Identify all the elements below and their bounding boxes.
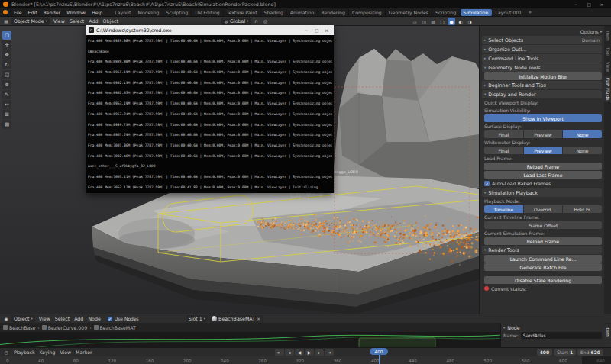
- sidebar-panel-header[interactable]: ▸ Command Line Tools: [482, 54, 602, 63]
- move-tool-icon[interactable]: ✥: [2, 50, 11, 60]
- timeline-menu-item[interactable]: View: [57, 350, 73, 355]
- workspace-tab[interactable]: Sculpting: [163, 9, 192, 16]
- reload-frame-button[interactable]: Reload Frame: [484, 163, 602, 170]
- launch-command-line-render-button[interactable]: Launch Command Line Re...: [484, 255, 602, 263]
- panel-geometry-node-tools[interactable]: ▾ Geometry Node Tools: [482, 63, 602, 72]
- workspace-tab[interactable]: Scripting: [432, 9, 461, 16]
- workspace-tab[interactable]: UV Editing: [192, 9, 223, 16]
- generate-batch-file-button[interactable]: Generate Batch File: [484, 263, 602, 271]
- node-menu-item[interactable]: Node: [86, 316, 102, 321]
- workspace-tab[interactable]: Geometry Nodes: [386, 9, 432, 16]
- menu-item[interactable]: Window: [63, 10, 89, 15]
- node-canvas[interactable]: [0, 332, 500, 347]
- panel-display-and-render[interactable]: ▾ Display and Render: [482, 90, 602, 98]
- whitewater-display-option[interactable]: None: [563, 147, 602, 154]
- timeline-playhead[interactable]: 400: [379, 348, 380, 364]
- timeline-editor-icon[interactable]: ◷: [2, 349, 10, 356]
- show-in-viewport-button[interactable]: Show In Viewport: [484, 114, 602, 122]
- surface-display-option[interactable]: Final: [484, 130, 523, 138]
- initialize-motion-blur-button[interactable]: Initialize Motion Blur: [484, 72, 602, 80]
- xray-toggle-icon[interactable]: ▥: [429, 18, 437, 25]
- workspace-tab[interactable]: Rendering: [318, 9, 349, 16]
- console-window[interactable]: C C:\Windows\system32\cmd.exe ─□× Fra:40…: [86, 25, 334, 193]
- sidebar-tab[interactable]: Tool: [604, 45, 611, 58]
- current-frame-field[interactable]: 400: [537, 349, 553, 356]
- jump-to-start-button[interactable]: ⇤: [275, 349, 284, 356]
- add-cube-tool-icon[interactable]: ⊞: [2, 110, 11, 119]
- sidebar-tab[interactable]: View: [604, 60, 611, 74]
- prev-keyframe-button[interactable]: ◂: [285, 349, 294, 356]
- next-keyframe-button[interactable]: ▸: [315, 349, 324, 356]
- jump-to-end-button[interactable]: ⇥: [325, 349, 334, 356]
- measure-tool-icon[interactable]: ↔: [2, 100, 11, 109]
- menu-item[interactable]: Help: [89, 10, 105, 15]
- node-menu-item[interactable]: Add: [72, 316, 86, 321]
- overlays-toggle-icon[interactable]: ◫: [420, 18, 428, 25]
- panel-simulation-playback[interactable]: ▾ Simulation Playback: [482, 188, 602, 197]
- console-titlebar[interactable]: C C:\Windows\system32\cmd.exe ─□×: [86, 25, 334, 35]
- unlink-material-icon[interactable]: ×: [257, 316, 260, 321]
- menu-item[interactable]: File: [11, 10, 25, 15]
- workspace-tab[interactable]: Modeling: [134, 9, 163, 16]
- window-maximize-button[interactable]: □: [583, 1, 595, 8]
- sidebar-panel-header[interactable]: ▸ Organize Outl...: [482, 45, 602, 53]
- shader-type-dropdown[interactable]: Object▾: [11, 315, 35, 323]
- node-name-field[interactable]: SandAtlas: [521, 332, 602, 339]
- orientation-dropdown[interactable]: ◍ Global▾: [221, 18, 251, 25]
- workspace-tab[interactable]: Compositing: [349, 9, 386, 16]
- viewport-menu-item[interactable]: View: [51, 18, 67, 24]
- proportional-edit-icon[interactable]: ◎: [261, 18, 269, 25]
- sidebar-tab[interactable]: Item: [604, 29, 611, 43]
- select-box-tool-icon[interactable]: ▢: [2, 31, 11, 40]
- end-frame-field[interactable]: End 620: [577, 349, 603, 356]
- surface-display-option[interactable]: None: [563, 130, 602, 138]
- disable-stale-rendering-button[interactable]: Disable Stale Rendering: [484, 276, 602, 284]
- node-menu-item[interactable]: View: [37, 316, 53, 321]
- workspace-tab[interactable]: Layout.001: [492, 9, 525, 16]
- autoload-baked-frames-checkbox[interactable]: ✓ Auto-Load Baked Frames: [484, 179, 602, 188]
- console-minimize-button[interactable]: ─: [302, 26, 312, 34]
- workspace-tab[interactable]: Simulation: [461, 9, 493, 16]
- rendered-shading-icon[interactable]: ◑: [466, 18, 474, 25]
- sidebar-tab[interactable]: FLIP Fluids: [604, 76, 611, 102]
- material-shading-icon[interactable]: ◐: [457, 18, 464, 25]
- options-dropdown[interactable]: Options▾: [482, 27, 602, 35]
- node-panel-header[interactable]: ▾ Node: [503, 324, 602, 331]
- panel-beginner-tools[interactable]: ▸ Beginner Tools and Tips: [482, 81, 602, 89]
- scale-tool-icon[interactable]: ◱: [2, 70, 11, 79]
- app-menu-icon[interactable]: [3, 10, 8, 14]
- play-reverse-button[interactable]: ◀: [295, 349, 304, 356]
- timeline-menu-item[interactable]: Playback: [11, 350, 37, 355]
- frame-offset-field[interactable]: Frame Offset: [484, 221, 602, 229]
- surface-display-option[interactable]: Preview: [524, 130, 563, 138]
- add-workspace-button[interactable]: +: [525, 9, 534, 15]
- annotate-tool-icon[interactable]: ✎: [2, 90, 11, 99]
- gizmo-toggle-icon[interactable]: ◇: [411, 18, 419, 25]
- cursor-tool-icon[interactable]: ✛: [2, 40, 11, 50]
- material-selector[interactable]: BeachBaseMAT ×: [209, 315, 263, 323]
- node-frame[interactable]: [359, 338, 435, 347]
- extra-tool-icon[interactable]: ▤: [2, 120, 11, 129]
- use-nodes-checkbox[interactable]: ✓ Use Nodes: [108, 315, 139, 323]
- wireframe-shading-icon[interactable]: ○: [438, 18, 446, 25]
- console-maximize-button[interactable]: □: [312, 26, 322, 34]
- node-editor-type-icon[interactable]: ◉: [2, 315, 10, 323]
- mode-dropdown[interactable]: Object Mode▾: [11, 18, 50, 25]
- workspace-tab[interactable]: Shading: [261, 9, 287, 16]
- playback-mode-option[interactable]: Hold Fr.: [563, 205, 602, 213]
- solid-shading-icon[interactable]: ●: [448, 18, 455, 25]
- start-frame-field[interactable]: Start 1: [554, 349, 576, 356]
- reload-frame-button-2[interactable]: Reload Frame: [484, 237, 602, 245]
- editor-type-icon[interactable]: ▤: [2, 18, 10, 25]
- load-last-frame-button[interactable]: Load Last Frame: [484, 171, 602, 179]
- snap-magnet-icon[interactable]: ∩: [252, 18, 260, 25]
- workspace-tab[interactable]: Layout: [112, 9, 134, 16]
- node-panel-tab-item[interactable]: Item: [604, 324, 611, 347]
- workspace-tab[interactable]: Animation: [287, 9, 318, 16]
- playback-mode-option[interactable]: Overrid.: [524, 205, 563, 213]
- whitewater-display-option[interactable]: Final: [484, 147, 523, 154]
- slot-dropdown[interactable]: Slot 1▾: [186, 315, 208, 323]
- sidebar-panel-header[interactable]: ▸ Select Objects Domain: [482, 36, 602, 44]
- timeline-menu-item[interactable]: Keying: [37, 350, 58, 355]
- breadcrumb-item[interactable]: BeachBase ›: [3, 325, 40, 330]
